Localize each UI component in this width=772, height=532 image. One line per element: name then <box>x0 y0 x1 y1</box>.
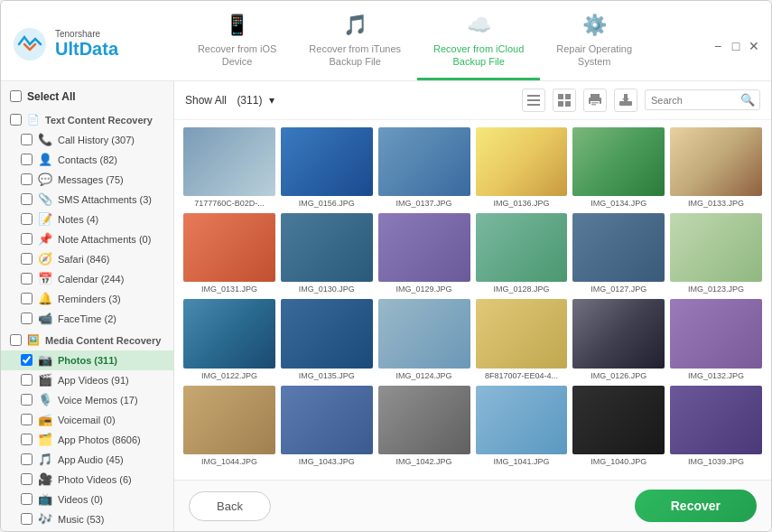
photo-item[interactable]: IMG_0135.JPG <box>281 299 373 379</box>
app-videos-checkbox[interactable] <box>21 374 33 386</box>
contacts-checkbox[interactable] <box>21 154 33 165</box>
select-all-checkbox[interactable] <box>10 90 22 102</box>
photo-item[interactable]: IMG_1039.JPG <box>670 386 762 466</box>
sidebar-item-messages[interactable]: 💬 Messages (75) <box>1 170 173 190</box>
show-all-label: Show All <box>185 94 227 107</box>
sidebar-item-voicemail[interactable]: 📻 Voicemail (0) <box>1 410 173 430</box>
sidebar-item-notes[interactable]: 📝 Notes (4) <box>1 210 173 229</box>
minimize-button[interactable]: − <box>712 40 724 52</box>
svg-rect-11 <box>591 102 599 104</box>
tab-icloud-label: Recover from iCloud Backup File <box>433 42 524 69</box>
reminders-checkbox[interactable] <box>21 293 33 304</box>
note-attachments-checkbox[interactable] <box>21 233 33 245</box>
messages-label: Messages (75) <box>58 174 124 185</box>
music-checkbox[interactable] <box>21 513 33 525</box>
sidebar-item-photo-videos[interactable]: 🎥 Photo Videos (6) <box>1 470 173 490</box>
tab-itunes[interactable]: 🎵 Recover from iTunes Backup File <box>293 8 417 80</box>
search-input[interactable] <box>646 92 736 108</box>
photo-item[interactable]: IMG_0129.JPG <box>378 213 470 294</box>
photo-item[interactable]: IMG_0127.JPG <box>572 213 665 294</box>
sidebar-item-voice-memos[interactable]: 🎙️ Voice Memos (17) <box>1 390 173 410</box>
view-list-button[interactable] <box>522 89 545 112</box>
photo-thumbnail <box>572 386 665 454</box>
sidebar-item-reminders[interactable]: 🔔 Reminders (3) <box>1 289 173 309</box>
sidebar-item-ibooks[interactable]: 📚 iBooks (1) <box>1 529 173 531</box>
photo-item[interactable]: 7177760C-B02D-... <box>183 127 275 208</box>
photo-item[interactable]: IMG_0123.JPG <box>670 213 762 294</box>
photo-item[interactable]: IMG_0128.JPG <box>476 213 568 294</box>
photo-thumbnail <box>572 213 665 282</box>
photo-item[interactable]: IMG_0132.JPG <box>670 299 762 379</box>
calendar-icon: 📅 <box>38 272 52 286</box>
recover-button[interactable]: Recover <box>635 490 757 522</box>
view-grid-button[interactable] <box>553 89 576 112</box>
photo-item[interactable]: IMG_0130.JPG <box>281 213 373 294</box>
photo-item[interactable]: IMG_0156.JPG <box>281 127 373 208</box>
safari-icon: 🧭 <box>38 252 52 266</box>
svg-rect-4 <box>558 94 563 99</box>
select-all[interactable]: Select All <box>1 85 173 108</box>
back-button[interactable]: Back <box>189 491 271 521</box>
photo-label: IMG_0126.JPG <box>572 371 665 380</box>
maximize-button[interactable]: □ <box>730 40 742 52</box>
photo-item[interactable]: IMG_1040.JPG <box>572 386 665 466</box>
sms-attachments-checkbox[interactable] <box>21 193 33 205</box>
sidebar-item-app-photos[interactable]: 🗂️ App Photos (8606) <box>1 430 173 450</box>
facetime-label: FaceTime (2) <box>58 313 116 324</box>
search-button[interactable]: 🔍 <box>736 90 759 109</box>
tab-ios[interactable]: 📱 Recover from iOS Device <box>181 8 293 80</box>
sidebar-item-sms-attachments[interactable]: 📎 SMS Attachments (3) <box>1 190 173 210</box>
photo-videos-label: Photo Videos (6) <box>58 474 132 485</box>
app-audio-checkbox[interactable] <box>21 453 33 465</box>
photo-item[interactable]: IMG_0122.JPG <box>183 299 275 379</box>
photo-item[interactable]: IMG_0131.JPG <box>183 213 275 294</box>
call-history-checkbox[interactable] <box>21 134 33 145</box>
sidebar-item-music[interactable]: 🎶 Music (53) <box>1 509 173 529</box>
voicemail-checkbox[interactable] <box>21 414 33 425</box>
calendar-checkbox[interactable] <box>21 273 33 285</box>
photo-item[interactable]: IMG_0134.JPG <box>572 127 665 208</box>
messages-checkbox[interactable] <box>21 173 33 185</box>
photo-item[interactable]: IMG_0126.JPG <box>572 299 665 379</box>
sidebar-item-call-history[interactable]: 📞 Call History (307) <box>1 130 173 150</box>
photo-videos-checkbox[interactable] <box>21 473 33 485</box>
voice-memos-checkbox[interactable] <box>21 394 33 406</box>
sidebar-item-app-audio[interactable]: 🎵 App Audio (45) <box>1 450 173 470</box>
sidebar-item-videos[interactable]: 📺 Videos (0) <box>1 490 173 509</box>
sidebar-item-safari[interactable]: 🧭 Safari (846) <box>1 249 173 269</box>
photos-checkbox[interactable] <box>21 354 33 366</box>
safari-checkbox[interactable] <box>21 253 33 265</box>
notes-checkbox[interactable] <box>21 213 33 225</box>
sidebar-item-facetime[interactable]: 📹 FaceTime (2) <box>1 309 173 329</box>
sidebar-item-calendar[interactable]: 📅 Calendar (244) <box>1 269 173 289</box>
photo-item[interactable]: IMG_1041.JPG <box>476 386 568 466</box>
photo-thumbnail <box>183 213 275 282</box>
facetime-checkbox[interactable] <box>21 313 33 324</box>
close-button[interactable]: ✕ <box>748 40 760 52</box>
photo-item[interactable]: IMG_1044.JPG <box>183 386 275 466</box>
photo-item[interactable]: IMG_0124.JPG <box>378 299 470 379</box>
photo-item[interactable]: IMG_1042.JPG <box>378 386 470 466</box>
app-videos-label: App Videos (91) <box>58 375 129 386</box>
print-button[interactable] <box>583 89 607 112</box>
app-photos-icon: 🗂️ <box>38 433 52 447</box>
sidebar-item-note-attachments[interactable]: 📌 Note Attachments (0) <box>1 229 173 249</box>
calendar-label: Calendar (244) <box>58 274 124 285</box>
tab-repair[interactable]: ⚙️ Repair Operating System <box>540 8 648 80</box>
videos-checkbox[interactable] <box>21 493 33 505</box>
export-button[interactable] <box>614 89 637 112</box>
tab-icloud[interactable]: ☁️ Recover from iCloud Backup File <box>417 8 540 80</box>
app-photos-checkbox[interactable] <box>21 434 33 445</box>
show-all-dropdown[interactable]: Show All (311) ▾ <box>185 94 274 107</box>
photo-item[interactable]: IMG_0137.JPG <box>378 127 470 208</box>
sidebar-item-contacts[interactable]: 👤 Contacts (82) <box>1 150 173 170</box>
photo-item[interactable]: IMG_0136.JPG <box>476 127 568 208</box>
section-text-checkbox[interactable] <box>10 114 22 126</box>
sidebar-item-app-videos[interactable]: 🎬 App Videos (91) <box>1 370 173 390</box>
photo-item[interactable]: IMG_1043.JPG <box>281 386 373 466</box>
app-audio-icon: 🎵 <box>38 453 52 467</box>
section-media-checkbox[interactable] <box>10 334 22 346</box>
sidebar-item-photos[interactable]: 📷 Photos (311) <box>1 350 173 370</box>
photo-item[interactable]: 8F817007-EE04-4... <box>476 299 568 379</box>
photo-item[interactable]: IMG_0133.JPG <box>670 127 762 208</box>
